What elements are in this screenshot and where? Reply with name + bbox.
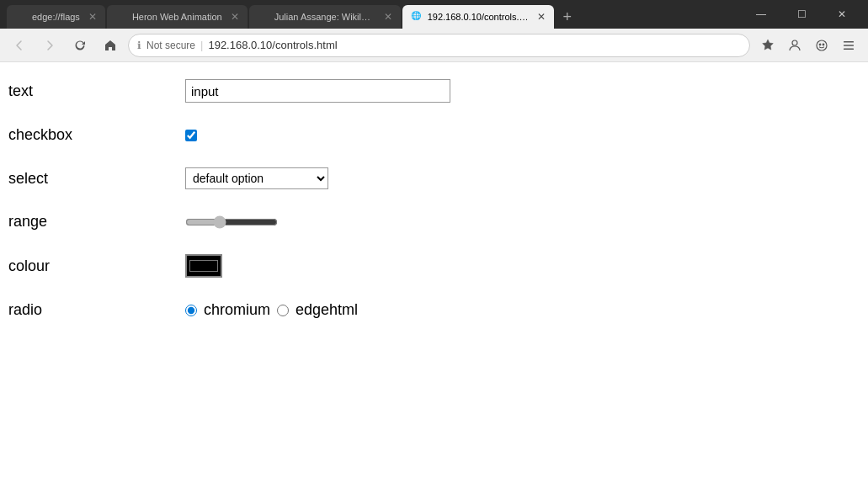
checkbox-row: checkbox [8,126,860,144]
range-input[interactable] [185,215,278,229]
checkbox-control-element [185,130,197,141]
range-row: range [8,213,860,231]
reload-button[interactable] [67,33,93,58]
menu-icon [842,39,855,52]
select-input[interactable]: default option option 2 option 3 [185,167,328,189]
home-icon [104,39,117,52]
text-input[interactable] [185,79,450,103]
svg-rect-6 [844,48,854,50]
select-row: select default option option 2 option 3 [8,167,860,189]
title-bar: edge://flags✕Heron Web Animation✕Julian … [0,0,868,29]
tab-close-icon[interactable]: ✕ [384,11,392,23]
tab-title: Julian Assange: Wikileaks co-fou... [274,12,375,22]
colour-row: colour [8,254,860,278]
tab-tab-heron[interactable]: Heron Web Animation✕ [107,5,248,29]
back-button[interactable] [7,33,32,58]
address-bar[interactable]: ℹ Not secure | 192.168.0.10/controls.htm… [128,34,750,57]
forward-icon [43,39,56,52]
text-label: text [8,82,185,100]
radio-edgehtml-label[interactable]: edgehtml [296,301,358,319]
svg-point-2 [819,44,821,45]
url-display: 192.168.0.10/controls.html [208,39,337,51]
tab-title: edge://flags [32,12,80,22]
tab-favicon: 🌐 [411,11,423,23]
tab-list: edge://flags✕Heron Web Animation✕Julian … [7,0,742,29]
svg-point-1 [817,40,827,50]
range-control-element [185,215,278,229]
tab-close-icon[interactable]: ✕ [231,11,239,23]
new-tab-button[interactable]: + [556,5,579,29]
account-icon [788,39,801,52]
tab-favicon [115,11,127,23]
emoji-icon [815,39,828,52]
color-input[interactable] [185,254,222,278]
menu-button[interactable] [836,33,861,58]
range-label: range [8,213,185,231]
forward-button[interactable] [37,33,62,58]
tab-title: Heron Web Animation [132,12,222,22]
nav-right-icons [755,33,861,58]
svg-rect-5 [844,45,854,46]
star-icon [761,39,775,52]
radio-chromium-label[interactable]: chromium [204,301,270,319]
radio-control-element: chromium edgehtml [185,301,358,319]
tab-close-icon[interactable]: ✕ [88,11,97,23]
text-control-element [185,79,450,103]
close-button[interactable]: ✕ [823,0,861,29]
tab-title: 192.168.0.10/controls.html [428,12,529,22]
checkbox-input[interactable] [185,130,197,141]
radio-label: radio [8,301,185,319]
maximize-button[interactable]: ☐ [782,0,821,29]
svg-rect-4 [844,41,854,43]
tab-favicon [258,11,269,23]
tab-tab-flags[interactable]: edge://flags✕ [7,5,105,29]
account-button[interactable] [782,33,807,58]
browser-window: edge://flags✕Heron Web Animation✕Julian … [0,0,868,488]
page-content: text checkbox select default option opti… [0,62,868,488]
reload-icon [73,39,87,52]
back-icon [13,39,26,52]
radio-chromium-input[interactable] [185,305,197,316]
window-controls: — ☐ ✕ [742,0,861,29]
svg-point-3 [823,44,824,45]
tab-favicon [15,11,27,23]
colour-label: colour [8,257,185,275]
favorites-button[interactable] [755,33,780,58]
tab-tab-assange[interactable]: Julian Assange: Wikileaks co-fou...✕ [249,5,401,29]
colour-control-element [185,254,222,278]
security-icon: ℹ [137,40,141,51]
emoji-button[interactable] [809,33,834,58]
not-secure-text: Not secure [146,40,195,51]
tab-close-icon[interactable]: ✕ [537,11,546,23]
minimize-button[interactable]: — [742,0,780,29]
select-control-element: default option option 2 option 3 [185,167,328,189]
tab-tab-controls[interactable]: 🌐192.168.0.10/controls.html✕ [402,5,554,29]
checkbox-label: checkbox [8,126,185,144]
radio-row: radio chromium edgehtml [8,301,860,319]
nav-bar: ℹ Not secure | 192.168.0.10/controls.htm… [0,29,868,62]
url-separator: | [200,39,203,51]
svg-point-0 [792,40,797,45]
home-button[interactable] [98,33,123,58]
text-row: text [8,79,860,103]
radio-edgehtml-input[interactable] [277,305,289,316]
select-label: select [8,170,185,188]
